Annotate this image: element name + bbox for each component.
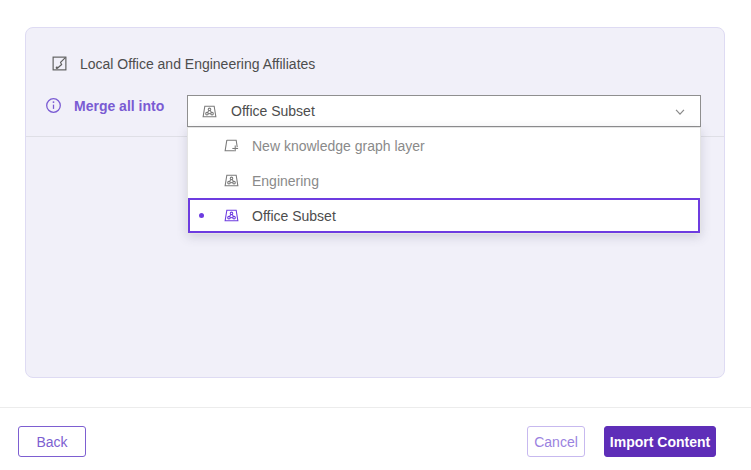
knowledge-graph-layer-icon bbox=[223, 207, 240, 224]
info-icon bbox=[45, 97, 62, 114]
knowledge-graph-layer-icon bbox=[201, 103, 218, 120]
menu-item-enginering[interactable]: Enginering bbox=[188, 163, 700, 198]
menu-item-office-subset[interactable]: Office Subset bbox=[188, 198, 700, 233]
back-button[interactable]: Back bbox=[18, 426, 86, 457]
menu-item-label: New knowledge graph layer bbox=[252, 138, 425, 154]
chevron-down-icon bbox=[673, 105, 687, 119]
select-value: Office Subset bbox=[231, 103, 315, 119]
menu-item-new-knowledge-graph-layer[interactable]: New knowledge graph layer bbox=[188, 128, 700, 163]
knowledge-graph-layer-icon bbox=[223, 172, 240, 189]
import-panel: Local Office and Engineering Affiliates … bbox=[25, 27, 725, 378]
import-content-dialog: Local Office and Engineering Affiliates … bbox=[0, 0, 751, 470]
menu-item-label: Enginering bbox=[252, 173, 319, 189]
selected-bullet bbox=[199, 213, 204, 218]
import-content-button[interactable]: Import Content bbox=[604, 426, 716, 457]
merge-all-into-label: Merge all into bbox=[74, 98, 164, 114]
merge-target-select[interactable]: Office Subset bbox=[187, 95, 701, 127]
footer-divider bbox=[0, 407, 751, 408]
merge-row: Merge all into bbox=[45, 97, 164, 114]
source-layer-row: Local Office and Engineering Affiliates bbox=[51, 55, 315, 72]
layer-select-icon bbox=[51, 55, 68, 72]
merge-target-menu: New knowledge graph layer Enginering bbox=[187, 127, 701, 234]
new-knowledge-graph-layer-icon bbox=[223, 137, 240, 154]
source-layer-label: Local Office and Engineering Affiliates bbox=[80, 56, 315, 72]
menu-item-label: Office Subset bbox=[252, 208, 336, 224]
cancel-button[interactable]: Cancel bbox=[527, 426, 585, 457]
